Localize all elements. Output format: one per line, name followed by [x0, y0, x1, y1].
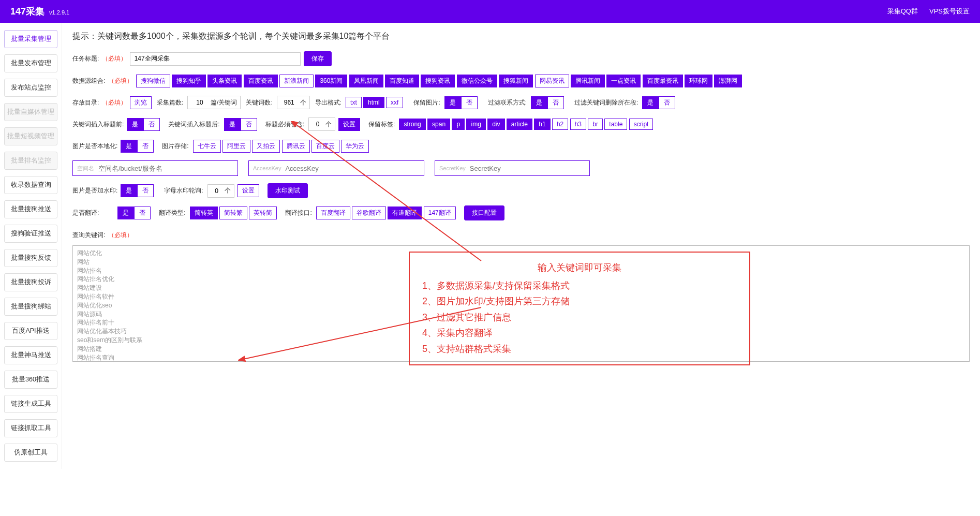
- toggle-kw-before-title[interactable]: 是否: [127, 118, 160, 131]
- label-data-source: 数据源组合: （必填）: [72, 77, 133, 85]
- data-source-tag[interactable]: 澎湃网: [714, 75, 742, 87]
- sidebar-item[interactable]: 批量360推送: [4, 371, 57, 389]
- sidebar-item[interactable]: 链接抓取工具: [4, 419, 57, 437]
- keep-tag-tag[interactable]: p: [452, 119, 465, 130]
- keep-tag-tag[interactable]: strong: [399, 119, 425, 130]
- keep-tag-tag[interactable]: span: [427, 119, 450, 130]
- title-must-setting-button[interactable]: 设置: [338, 118, 360, 131]
- toggle-img-localize[interactable]: 是否: [121, 140, 154, 153]
- input-secret-key[interactable]: [470, 165, 584, 172]
- label-alpha-wm: 字母水印轮询:: [164, 186, 203, 195]
- img-storage-tag[interactable]: 七牛云: [193, 140, 221, 153]
- input-collect-articles[interactable]: [191, 99, 209, 106]
- translate-api-tag[interactable]: 有道翻译: [388, 207, 422, 219]
- toggle-translate[interactable]: 是否: [117, 207, 151, 219]
- space-input-wrap: 空间名: [72, 160, 238, 176]
- label-save-dir: 存放目录: （必填）: [72, 98, 127, 107]
- data-source-tag[interactable]: 微信公众号: [457, 75, 497, 87]
- data-source-tag[interactable]: 凤凰新闻: [349, 75, 383, 87]
- sidebar-item[interactable]: 伪原创工具: [4, 444, 57, 462]
- hint-text: 提示：关键词数最多1000个，采集数据源多个轮训，每个关键词最多采集10篇每个平…: [72, 31, 970, 42]
- data-source-tag[interactable]: 搜狐新闻: [499, 75, 533, 87]
- sidebar-item[interactable]: 链接生成工具: [4, 395, 57, 413]
- translate-type-tag[interactable]: 简转繁: [219, 207, 247, 219]
- keep-tag-tag[interactable]: img: [466, 119, 485, 130]
- row-query-kw-label: 查询关键词: （必填）: [72, 228, 970, 242]
- input-title-must[interactable]: [312, 121, 323, 128]
- sidebar-item[interactable]: 百度API推送: [4, 322, 57, 340]
- input-space-name[interactable]: [98, 165, 212, 172]
- keep-tag-tag[interactable]: article: [507, 119, 532, 130]
- sidebar-item[interactable]: 批量采集管理: [4, 30, 57, 48]
- input-task-title[interactable]: [130, 52, 301, 66]
- link-vps-dial[interactable]: VPS拨号设置: [929, 7, 970, 16]
- keep-tag-tag[interactable]: br: [588, 119, 603, 130]
- export-fmt-tag[interactable]: html: [363, 97, 384, 108]
- app-brand: 147采集 v1.2.9.1: [10, 5, 69, 18]
- img-storage-tag[interactable]: 又拍云: [252, 140, 280, 153]
- data-source-tag[interactable]: 腾讯新闻: [571, 75, 605, 87]
- toggle-filter-contact[interactable]: 是否: [531, 96, 564, 109]
- export-fmt-tag[interactable]: xxf: [386, 97, 403, 108]
- img-storage-tag[interactable]: 阿里云: [222, 140, 250, 153]
- app-version: v1.2.9.1: [49, 9, 69, 16]
- translate-api-tag[interactable]: 147翻译: [424, 207, 456, 219]
- data-source-tag[interactable]: 头条资讯: [207, 75, 242, 87]
- sidebar-item[interactable]: 收录数据查询: [4, 176, 57, 194]
- keep-tag-tag[interactable]: script: [629, 119, 654, 130]
- data-source-tag[interactable]: 搜狗知乎: [172, 75, 206, 87]
- data-source-tag[interactable]: 百度知道: [385, 75, 419, 87]
- browse-button[interactable]: 浏览: [130, 96, 152, 109]
- img-storage-tag[interactable]: 华为云: [341, 140, 369, 153]
- sidebar-item[interactable]: 批量搜狗绑站: [4, 298, 57, 316]
- translate-api-tag[interactable]: 谷歌翻译: [352, 207, 386, 219]
- export-fmt-tag[interactable]: txt: [346, 97, 362, 108]
- data-source-tag[interactable]: 一点资讯: [606, 75, 641, 87]
- data-source-tag[interactable]: 搜狗微信: [136, 75, 170, 87]
- wm-test-button[interactable]: 水印测试: [268, 183, 308, 198]
- toggle-kw-after-title[interactable]: 是否: [224, 118, 257, 131]
- row-save-dir: 存放目录: （必填） 浏览 采集篇数: 篇/关键词 关键词数: 个 导出格式: …: [72, 95, 970, 110]
- keep-tag-tag[interactable]: table: [604, 119, 627, 130]
- data-source-tag[interactable]: 360新闻: [315, 75, 347, 87]
- input-access-key[interactable]: [285, 165, 399, 172]
- img-storage-tag[interactable]: 百度云: [311, 140, 339, 153]
- translate-api-tag[interactable]: 百度翻译: [316, 207, 350, 219]
- img-storage-tag[interactable]: 腾讯云: [282, 140, 310, 153]
- save-button[interactable]: 保存: [304, 51, 332, 66]
- data-source-tag[interactable]: 新浪新闻: [279, 75, 314, 87]
- data-source-tag[interactable]: 百度资讯: [244, 75, 278, 87]
- row-watermark: 图片是否加水印: 是否 字母水印轮询: 个 设置 水印测试: [72, 183, 970, 198]
- keep-tag-tag[interactable]: h1: [534, 119, 550, 130]
- data-source-tag[interactable]: 百度最资讯: [643, 75, 683, 87]
- row-cloud-inputs: 空间名 AccessKey SecretKey: [72, 160, 970, 176]
- row-task-title: 任务标题: （必填） 保存: [72, 51, 970, 66]
- label-img-watermark: 图片是否加水印:: [72, 186, 117, 195]
- sidebar-item[interactable]: 批量搜狗推送: [4, 200, 57, 218]
- sidebar-item[interactable]: 批量搜狗投诉: [4, 273, 57, 291]
- wm-setting-button[interactable]: 设置: [237, 184, 259, 197]
- header-links: 采集QQ群 VPS拨号设置: [887, 7, 970, 16]
- sidebar: 批量采集管理批量发布管理发布站点监控批量自媒体管理批量短视频管理批量排名监控收录…: [0, 23, 62, 469]
- translate-type-tag[interactable]: 简转英: [190, 207, 218, 219]
- sidebar-item[interactable]: 搜狗验证推送: [4, 225, 57, 243]
- toggle-img-watermark[interactable]: 是否: [121, 184, 154, 197]
- keep-tag-tag[interactable]: h3: [570, 119, 586, 130]
- keep-tag-tag[interactable]: h2: [552, 119, 568, 130]
- link-qq-group[interactable]: 采集QQ群: [887, 7, 918, 16]
- sidebar-item[interactable]: 发布站点监控: [4, 79, 57, 97]
- api-config-button[interactable]: 接口配置: [464, 205, 504, 220]
- data-source-tag[interactable]: 搜狗资讯: [421, 75, 455, 87]
- translate-type-tag[interactable]: 英转简: [249, 207, 277, 219]
- data-source-tag[interactable]: 环球网: [685, 75, 712, 87]
- label-collect-articles: 采集篇数:: [157, 98, 183, 107]
- sidebar-item[interactable]: 批量搜狗反馈: [4, 249, 57, 267]
- input-alpha-wm[interactable]: [211, 187, 222, 195]
- toggle-keep-img[interactable]: 是否: [444, 96, 478, 109]
- toggle-filter-kw-section[interactable]: 是否: [642, 96, 675, 109]
- data-source-tag[interactable]: 网易资讯: [535, 75, 569, 87]
- input-keyword-count[interactable]: [280, 99, 298, 106]
- sidebar-item[interactable]: 批量神马推送: [4, 346, 57, 364]
- sidebar-item[interactable]: 批量发布管理: [4, 54, 57, 72]
- keep-tag-tag[interactable]: div: [487, 119, 504, 130]
